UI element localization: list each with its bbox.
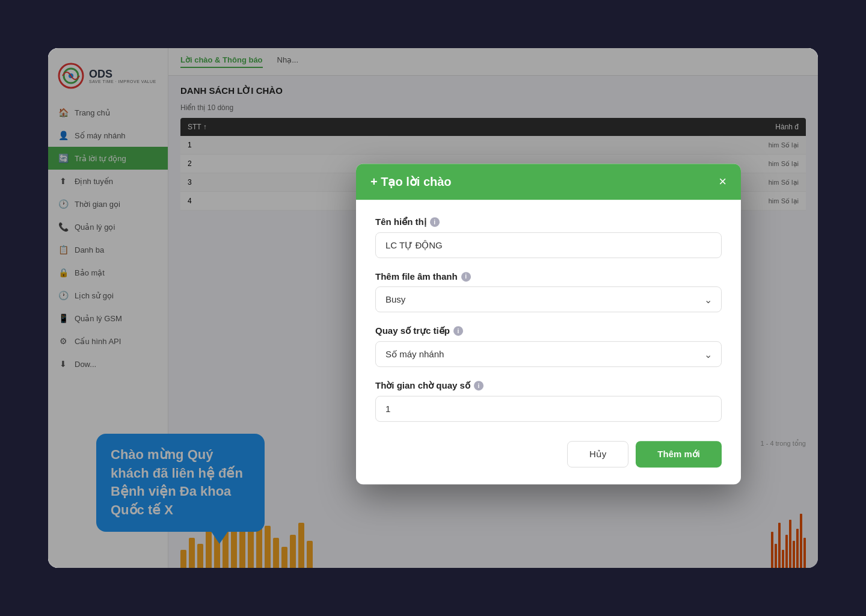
label-quay-so: Quay số trực tiếp i — [375, 325, 722, 336]
input-ten-hien-thi[interactable] — [375, 232, 722, 258]
label-file-am-thanh: Thêm file âm thanh i — [375, 271, 722, 282]
label-text: Quay số trực tiếp — [375, 325, 450, 336]
form-group-ten-hien-thi: Tên hiển thị i — [375, 217, 722, 258]
label-thoi-gian-cho: Thời gian chờ quay số i — [375, 380, 722, 391]
info-icon-ten: i — [430, 217, 440, 227]
modal-close-button[interactable]: × — [719, 175, 726, 188]
select-wrapper-quay-so: Số máy nhánh Số ngoài Không ⌄ — [375, 341, 722, 367]
modal-header: + Tạo lời chào × — [356, 164, 741, 200]
modal-title: + Tạo lời chào — [370, 174, 452, 189]
select-wrapper-file: Busy Default Ring ⌄ — [375, 286, 722, 312]
modal-title-text: + Tạo lời chào — [370, 174, 452, 189]
modal-body: Tên hiển thị i Thêm file âm thanh i Busy… — [356, 200, 741, 441]
cancel-button[interactable]: Hủy — [567, 441, 628, 467]
modal-dialog: + Tạo lời chào × Tên hiển thị i Thêm fil… — [356, 164, 741, 484]
label-text: Thời gian chờ quay số — [375, 380, 470, 391]
select-quay-so[interactable]: Số máy nhánh Số ngoài Không — [375, 341, 722, 367]
form-group-quay-so: Quay số trực tiếp i Số máy nhánh Số ngoà… — [375, 325, 722, 367]
form-group-thoi-gian-cho: Thời gian chờ quay số i — [375, 380, 722, 422]
input-thoi-gian-cho[interactable] — [375, 396, 722, 422]
submit-button[interactable]: Thêm mới — [636, 441, 722, 467]
info-icon-file: i — [461, 272, 471, 282]
label-ten-hien-thi: Tên hiển thị i — [375, 217, 722, 227]
info-icon-thoi-gian: i — [474, 381, 484, 390]
form-group-file-am-thanh: Thêm file âm thanh i Busy Default Ring ⌄ — [375, 271, 722, 312]
modal-footer: Hủy Thêm mới — [356, 441, 741, 484]
info-icon-quay-so: i — [453, 326, 463, 336]
label-text: Thêm file âm thanh — [375, 271, 458, 282]
label-text: Tên hiển thị — [375, 217, 426, 227]
select-file-am-thanh[interactable]: Busy Default Ring — [375, 286, 722, 312]
